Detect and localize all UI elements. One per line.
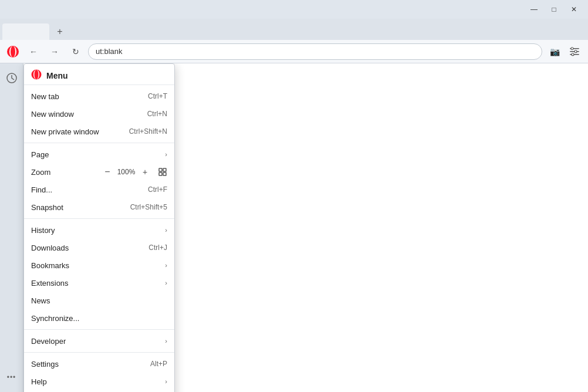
menu-item-news[interactable]: News — [24, 292, 174, 309]
menu-item-label-synchronize: Synchronize... — [31, 314, 167, 323]
menu-item-downloads[interactable]: Downloads Ctrl+J — [24, 239, 174, 256]
zoom-decrease-button[interactable]: − — [102, 166, 113, 178]
close-button[interactable]: ✕ — [565, 1, 583, 18]
menu-item-label-settings: Settings — [31, 360, 146, 369]
menu-title: Menu — [46, 71, 68, 80]
tab-bar: + — [0, 19, 588, 40]
svg-rect-14 — [163, 168, 166, 171]
menu-item-label-find: Find... — [31, 185, 143, 194]
menu-item-label-new-private-window: New private window — [31, 127, 124, 136]
menu-item-developer[interactable]: Developer › — [24, 332, 174, 350]
menu-item-arrow-extensions: › — [165, 279, 167, 286]
menu-item-shortcut-downloads: Ctrl+J — [148, 244, 167, 252]
nav-bar: ← → ↻ ut:blank 📷 — [0, 40, 588, 63]
zoom-increase-button[interactable]: + — [139, 166, 151, 178]
camera-button[interactable]: 📷 — [546, 43, 563, 60]
browser-tab[interactable] — [2, 23, 49, 40]
menu-item-bookmarks[interactable]: Bookmarks › — [24, 256, 174, 274]
menu-item-label-page: Page — [31, 150, 163, 159]
svg-rect-16 — [163, 173, 166, 175]
address-bar[interactable]: ut:blank — [88, 43, 542, 60]
sidebar-more-button[interactable]: ••• — [2, 367, 22, 387]
menu-item-shortcut-find: Ctrl+F — [148, 185, 167, 194]
forward-button[interactable]: → — [46, 43, 63, 60]
menu-item-label-help: Help — [31, 377, 163, 386]
menu-item-shortcut-new-window: Ctrl+N — [147, 110, 167, 118]
title-bar: — □ ✕ — [0, 0, 588, 19]
opera-logo-menu — [31, 69, 42, 82]
menu-item-label-news: News — [31, 296, 167, 305]
menu-zoom-label: Zoom — [31, 168, 102, 177]
svg-point-12 — [35, 70, 39, 79]
menu-zoom-controls: − 100% + — [102, 166, 167, 178]
menu-item-history[interactable]: History › — [24, 221, 174, 239]
sidebar-history-icon[interactable] — [2, 68, 22, 88]
menu-divider-after-synchronize — [24, 329, 174, 330]
menu-item-help[interactable]: Help › — [24, 373, 174, 390]
menu-item-new-private-window[interactable]: New private window Ctrl+Shift+N — [24, 123, 174, 140]
menu-item-arrow-page: › — [165, 151, 167, 158]
menu-item-arrow-bookmarks: › — [165, 262, 167, 269]
menu-item-new-window[interactable]: New window Ctrl+N — [24, 105, 174, 123]
menu-item-label-downloads: Downloads — [31, 244, 144, 252]
opera-menu-button[interactable] — [5, 43, 21, 60]
menu-item-arrow-history: › — [165, 227, 167, 234]
settings-button[interactable] — [566, 43, 583, 60]
menu-item-label-extensions: Extensions — [31, 279, 163, 288]
menu-zoom-row: Zoom − 100% + — [24, 163, 174, 181]
menu-items-container: New tab Ctrl+T New window Ctrl+N New pri… — [24, 87, 174, 392]
reload-button[interactable]: ↻ — [67, 43, 85, 60]
menu-item-label-bookmarks: Bookmarks — [31, 261, 163, 270]
menu-item-settings[interactable]: Settings Alt+P — [24, 355, 174, 373]
minimize-button[interactable]: — — [525, 1, 543, 18]
menu-item-extensions[interactable]: Extensions › — [24, 274, 174, 292]
menu-item-arrow-developer: › — [165, 337, 167, 344]
svg-rect-15 — [159, 173, 162, 175]
menu-item-shortcut-snapshot: Ctrl+Shift+5 — [130, 203, 167, 211]
menu-item-page[interactable]: Page › — [24, 146, 174, 163]
menu-item-shortcut-settings: Alt+P — [150, 360, 167, 368]
new-tab-button[interactable]: + — [52, 23, 68, 40]
svg-rect-13 — [159, 168, 162, 171]
back-button[interactable]: ← — [25, 43, 42, 60]
title-bar-right: — □ ✕ — [525, 1, 583, 18]
menu-item-synchronize[interactable]: Synchronize... — [24, 309, 174, 327]
menu-item-label-new-tab: New tab — [31, 92, 143, 101]
menu-header: Menu — [24, 66, 174, 85]
menu-divider-after-developer — [24, 352, 174, 353]
menu-item-snapshot[interactable]: Snapshot Ctrl+Shift+5 — [24, 198, 174, 216]
main-content: Menu New tab Ctrl+T New window Ctrl+N Ne… — [23, 63, 588, 392]
menu-divider-after-new-private-window — [24, 143, 174, 143]
menu-item-find[interactable]: Find... Ctrl+F — [24, 181, 174, 198]
menu-item-label-developer: Developer — [31, 337, 163, 346]
menu-item-shortcut-new-tab: Ctrl+T — [148, 92, 167, 100]
fullscreen-icon[interactable] — [158, 167, 167, 177]
svg-point-7 — [575, 50, 577, 52]
menu-divider-after-snapshot — [24, 218, 174, 219]
maximize-button[interactable]: □ — [545, 1, 563, 18]
menu-item-label-history: History — [31, 226, 163, 235]
menu-item-label-new-window: New window — [31, 110, 143, 119]
svg-point-6 — [571, 47, 573, 49]
menu-item-arrow-help: › — [165, 378, 167, 385]
menu-item-new-tab[interactable]: New tab Ctrl+T — [24, 87, 174, 105]
menu-item-label-snapshot: Snapshot — [31, 203, 126, 212]
dropdown-menu: Menu New tab Ctrl+T New window Ctrl+N Ne… — [23, 63, 175, 392]
menu-item-shortcut-new-private-window: Ctrl+Shift+N — [129, 127, 167, 136]
browser-frame: — □ ✕ + ← → ↻ ut:blank 📷 — [0, 0, 588, 392]
address-text: ut:blank — [96, 47, 123, 56]
sidebar: ••• — [0, 63, 23, 392]
svg-point-2 — [11, 46, 15, 57]
svg-point-8 — [572, 53, 574, 55]
zoom-value: 100% — [116, 168, 137, 176]
content-area: ••• Menu — [0, 63, 588, 392]
nav-right-icons: 📷 — [546, 43, 583, 60]
